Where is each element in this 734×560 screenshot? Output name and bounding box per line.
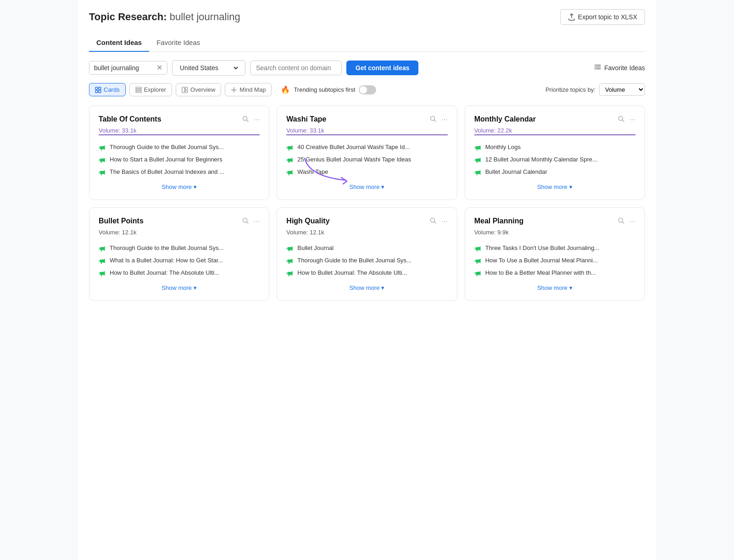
page-title: Topic Research: bullet journaling	[89, 11, 240, 23]
megaphone-icon	[99, 270, 106, 277]
get-content-ideas-button[interactable]: Get content ideas	[346, 61, 418, 75]
card-header-actions: ···	[617, 115, 635, 124]
chevron-down-icon: ▾	[194, 183, 197, 190]
domain-search-input[interactable]	[250, 61, 342, 75]
megaphone-icon	[474, 169, 482, 176]
card-volume: Volume: 9.9k	[474, 229, 635, 236]
more-options-icon[interactable]: ···	[441, 116, 447, 124]
megaphone-icon	[286, 169, 294, 176]
export-button[interactable]: Export topic to XLSX	[560, 9, 645, 25]
view-cards-button[interactable]: Cards	[89, 83, 126, 96]
view-explorer-button[interactable]: Explorer	[129, 83, 172, 96]
more-options-icon[interactable]: ···	[254, 217, 260, 226]
show-more-button[interactable]: Show more ▾	[99, 284, 260, 291]
card-header: Washi Tape ···	[286, 115, 447, 124]
card-item: Thorough Guide to the Bullet Journal Sys…	[286, 257, 447, 265]
view-controls: Cards Explorer Overview	[89, 83, 645, 96]
card-items: Three Tasks I Don't Use Bullet Journalin…	[474, 244, 635, 277]
show-more-button[interactable]: Show more ▾	[286, 284, 447, 291]
svg-line-30	[434, 222, 436, 224]
more-options-icon[interactable]: ···	[441, 217, 447, 226]
megaphone-icon	[474, 270, 482, 277]
country-select-input[interactable]: United States United Kingdom Canada Aust…	[178, 64, 239, 72]
chevron-down-icon: ▾	[381, 284, 384, 291]
card-header: Meal Planning ···	[474, 217, 635, 226]
prioritize-select[interactable]: Volume Relevance Efficiency	[599, 83, 645, 96]
card-items: Thorough Guide to the Bullet Journal Sys…	[99, 144, 260, 176]
svg-point-4	[595, 67, 595, 67]
svg-rect-11	[136, 89, 141, 90]
search-card-icon[interactable]	[242, 217, 249, 226]
megaphone-icon	[99, 257, 106, 265]
favorite-ideas-link[interactable]: Favorite Ideas	[594, 64, 645, 72]
card-item: Thorough Guide to the Bullet Journal Sys…	[99, 144, 260, 151]
search-card-icon[interactable]	[429, 115, 437, 124]
svg-rect-8	[95, 90, 98, 93]
search-card-icon[interactable]	[429, 217, 437, 226]
view-overview-button[interactable]: Overview	[176, 83, 221, 96]
clear-keyword-button[interactable]: ✕	[156, 64, 162, 72]
trending-toggle[interactable]	[359, 85, 376, 94]
megaphone-icon	[474, 156, 482, 164]
card-header-actions: ···	[242, 115, 260, 124]
megaphone-icon	[286, 245, 294, 252]
view-mind-map-button[interactable]: Mind Map	[225, 83, 272, 96]
show-more-button[interactable]: Show more ▾	[286, 183, 447, 190]
tab-favorite-ideas[interactable]: Favorite Ideas	[149, 34, 207, 52]
chevron-down-icon: ▾	[194, 284, 197, 291]
more-options-icon[interactable]: ···	[629, 217, 635, 226]
card-title: Table Of Contents	[99, 115, 161, 123]
search-card-icon[interactable]	[242, 115, 249, 124]
cards-grid: Table Of Contents ··· Volume: 33.1k Thor…	[89, 105, 645, 301]
svg-point-5	[595, 68, 595, 69]
card-item: Monthly Logs	[474, 144, 635, 151]
card-item: Washi Tape	[286, 168, 447, 176]
svg-rect-14	[185, 87, 188, 89]
card-volume: Volume: 33.1k	[286, 127, 447, 135]
card-header-actions: ···	[617, 217, 635, 226]
card-bullet-points: Bullet Points ··· Volume: 12.1k Thorough…	[89, 207, 269, 301]
card-item: 12 Bullet Journal Monthly Calendar Spre.…	[474, 156, 635, 164]
card-item: Bullet Journal	[286, 244, 447, 252]
cards-icon	[95, 87, 101, 93]
card-header: Table Of Contents ···	[99, 115, 260, 124]
megaphone-icon	[286, 257, 294, 265]
card-item: How to Start a Bullet Journal for Beginn…	[99, 156, 260, 164]
more-options-icon[interactable]: ···	[254, 116, 260, 124]
card-header-actions: ···	[242, 217, 260, 226]
upload-icon	[568, 13, 575, 21]
card-meal-planning: Meal Planning ··· Volume: 9.9k Three Tas…	[465, 207, 645, 301]
search-card-icon[interactable]	[617, 217, 625, 226]
tab-content-ideas[interactable]: Content Ideas	[89, 34, 149, 52]
mind-map-icon	[231, 87, 237, 93]
megaphone-icon	[474, 257, 482, 265]
show-more-button[interactable]: Show more ▾	[474, 284, 635, 291]
megaphone-icon	[99, 144, 106, 151]
card-volume: Volume: 22.2k	[474, 127, 635, 135]
card-item: The Basics of Bullet Journal Indexes and…	[99, 168, 260, 176]
keyword-input[interactable]	[94, 64, 154, 72]
keyword-input-wrap: ✕	[89, 61, 167, 75]
svg-rect-10	[136, 87, 141, 89]
card-item: How To Use a Bullet Journal Meal Planni.…	[474, 257, 635, 265]
card-volume: Volume: 12.1k	[99, 229, 260, 236]
show-more-button[interactable]: Show more ▾	[99, 183, 260, 190]
fire-icon: 🔥	[281, 85, 290, 94]
card-title: Washi Tape	[286, 115, 326, 123]
megaphone-icon	[286, 270, 294, 277]
megaphone-icon	[99, 156, 106, 164]
search-card-icon[interactable]	[617, 115, 625, 124]
megaphone-icon	[286, 144, 294, 151]
svg-line-28	[246, 222, 248, 224]
svg-line-22	[246, 120, 248, 122]
tabs-row: Content Ideas Favorite Ideas	[89, 34, 645, 52]
card-header: High Quality ···	[286, 217, 447, 226]
more-options-icon[interactable]: ···	[629, 116, 635, 124]
card-header: Bullet Points ···	[99, 217, 260, 226]
chevron-down-icon: ▾	[569, 183, 573, 190]
show-more-button[interactable]: Show more ▾	[474, 183, 635, 190]
country-dropdown[interactable]: United States United Kingdom Canada Aust…	[172, 60, 245, 76]
card-item: 25 Genius Bullet Journal Washi Tape Idea…	[286, 156, 447, 164]
card-items: Thorough Guide to the Bullet Journal Sys…	[99, 244, 260, 277]
card-header-actions: ···	[429, 115, 447, 124]
